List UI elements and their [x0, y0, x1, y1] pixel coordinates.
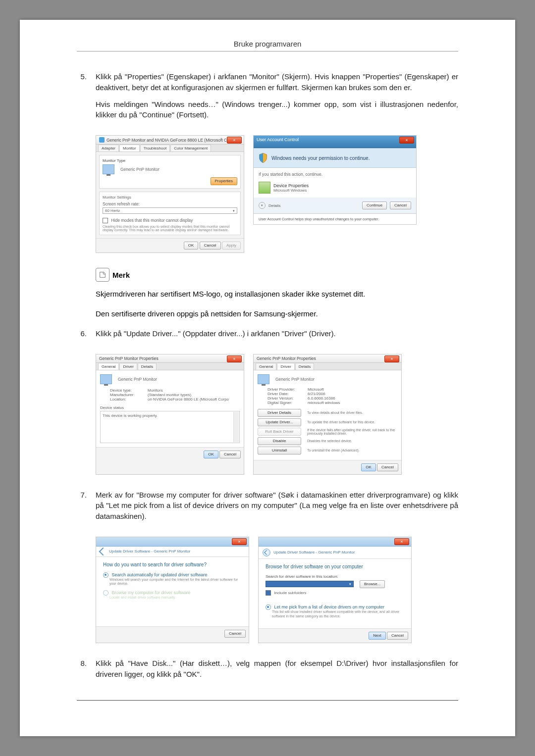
- step-text: Klikk på "Properties" (Egenskaper) i ark…: [96, 71, 458, 93]
- tab-driver[interactable]: Driver: [119, 363, 137, 370]
- option-title[interactable]: Search automatically for updated driver …: [111, 572, 207, 577]
- browse-button[interactable]: Browse...: [360, 580, 385, 588]
- details-label[interactable]: Details: [268, 203, 280, 208]
- properties-button[interactable]: Properties: [211, 177, 237, 185]
- option-subtitle: Locate and install driver software manua…: [109, 596, 242, 600]
- uac-headline: Windows needs your permission to continu…: [271, 155, 370, 161]
- disable-button[interactable]: Disable: [258, 437, 301, 445]
- option-title[interactable]: Let me pick from a list of device driver…: [274, 605, 384, 609]
- back-arrow-icon[interactable]: [263, 549, 270, 556]
- back-arrow-icon[interactable]: [99, 547, 107, 555]
- apply-button: Apply: [222, 242, 241, 250]
- monitor-settings-label: Monitor Settings: [103, 195, 237, 200]
- close-icon[interactable]: ×: [399, 137, 414, 144]
- update-driver-button[interactable]: Update Driver...: [258, 418, 301, 426]
- tab-color-management[interactable]: Color Management: [170, 145, 211, 151]
- ok-button[interactable]: OK: [184, 242, 199, 250]
- chevron-down-icon: ▾: [349, 582, 351, 586]
- include-subfolders-checkbox[interactable]: [266, 590, 271, 596]
- value: 6/21/2006: [308, 392, 325, 396]
- chevron-down-icon: ▾: [233, 209, 235, 213]
- tab-details[interactable]: Details: [138, 363, 157, 370]
- label: Driver Date:: [268, 392, 305, 396]
- hint: To update the driver software for this d…: [307, 420, 397, 424]
- driver-details-button[interactable]: Driver Details: [258, 409, 301, 417]
- step-text: Merk av for "Browse my computer for driv…: [96, 490, 458, 522]
- continue-button[interactable]: Continue: [362, 202, 387, 209]
- tab-driver[interactable]: Driver: [277, 363, 294, 370]
- close-icon[interactable]: ×: [227, 137, 242, 144]
- tab-monitor[interactable]: Monitor: [119, 145, 140, 151]
- radio-let-me-pick[interactable]: [266, 605, 271, 610]
- scrollbar[interactable]: [233, 412, 239, 442]
- ok-button[interactable]: OK: [361, 463, 376, 471]
- page-title: Bruke programvaren: [77, 40, 458, 51]
- tab-details[interactable]: Details: [295, 363, 314, 370]
- hint: To view details about the driver files.: [307, 411, 397, 414]
- uac-footer-text: User Account Control helps stop unauthor…: [254, 213, 416, 224]
- next-button[interactable]: Next: [369, 632, 385, 640]
- hide-modes-checkbox[interactable]: [103, 218, 108, 223]
- device-name: Generic PnP Monitor: [118, 377, 157, 382]
- cancel-button[interactable]: Cancel: [377, 463, 398, 471]
- tab-general[interactable]: General: [98, 363, 119, 370]
- wizard-title: Update Driver Software - Generic PnP Mon…: [273, 550, 355, 554]
- figure-row-2: Generic PnP Monitor Properties × General…: [96, 354, 471, 475]
- wizard-heading: Browse for driver software on your compu…: [266, 564, 404, 569]
- value: microsoft windows: [308, 401, 340, 405]
- uninstall-button[interactable]: Uninstall: [258, 447, 301, 454]
- tab-general[interactable]: General: [256, 363, 276, 370]
- cancel-button[interactable]: Cancel: [200, 242, 221, 250]
- cancel-button[interactable]: Cancel: [387, 632, 408, 640]
- footer-rule: [77, 700, 458, 701]
- hint: To uninstall the driver (Advanced).: [307, 449, 397, 452]
- device-status-label: Device status: [100, 405, 240, 410]
- chevron-down-icon[interactable]: ▾: [259, 202, 266, 209]
- close-icon[interactable]: ×: [384, 355, 399, 362]
- refresh-rate-select[interactable]: 60 Hertz ▾: [103, 207, 237, 214]
- hint: Disables the selected device.: [307, 439, 397, 443]
- figure-row-3: × Update Driver Software - Generic PnP M…: [96, 537, 471, 643]
- monitor-icon: [103, 164, 114, 174]
- step-6: 6. Klikk på "Update Driver..." (Oppdater…: [77, 328, 458, 345]
- hide-modes-help: Clearing this check box allows you to se…: [103, 225, 237, 232]
- device-status-box: This device is working properly.: [100, 411, 240, 443]
- ms-windows-label: Microsoft Windows: [273, 188, 309, 193]
- figure-wizard-browse: × Update Driver Software - Generic PnP M…: [258, 537, 412, 643]
- tab-troubleshoot[interactable]: Troubleshoot: [140, 145, 170, 151]
- tab-adapter[interactable]: Adapter: [98, 145, 119, 151]
- dialog-title: User Account Control: [257, 137, 299, 142]
- step-number: 6.: [77, 328, 87, 345]
- radio-auto-search[interactable]: [103, 572, 108, 578]
- value: (Standard monitor types): [148, 393, 191, 397]
- location-label: Search for driver software in this locat…: [266, 574, 404, 579]
- step-text: Klikk på "Have Disk..." (Har diskett…), …: [96, 658, 458, 680]
- radio-browse[interactable]: [103, 590, 108, 596]
- note-text: Den sertifiserte driveren oppgis på nett…: [96, 308, 471, 319]
- cancel-button[interactable]: Cancel: [390, 202, 411, 209]
- label: Location:: [110, 397, 145, 402]
- close-icon[interactable]: ×: [232, 538, 247, 545]
- dialog-title: Generic PnP Monitor Properties: [99, 356, 159, 361]
- location-input[interactable]: ▾: [266, 581, 354, 587]
- monitor-type-label: Monitor Type: [103, 158, 237, 163]
- shield-icon: [259, 152, 268, 163]
- step-7: 7. Merk av for "Browse my computer for d…: [77, 490, 458, 528]
- step-number: 5.: [77, 71, 87, 126]
- value: 6.0.6000.16386: [308, 396, 335, 401]
- dialog-title: Generic PnP Monitor and NVIDIA GeForce 8…: [107, 138, 233, 143]
- note-label: Merk: [112, 271, 130, 279]
- cancel-button[interactable]: Cancel: [219, 451, 241, 458]
- close-icon[interactable]: ×: [394, 538, 409, 545]
- option-subtitle: This list will show installed driver sof…: [272, 610, 404, 618]
- step-number: 8.: [77, 658, 87, 686]
- close-icon[interactable]: ×: [227, 355, 242, 362]
- value: Microsoft: [308, 387, 323, 392]
- device-properties-label: Device Properties: [273, 183, 309, 188]
- ok-button[interactable]: OK: [204, 451, 218, 458]
- option-title[interactable]: Browse my computer for driver software: [111, 590, 190, 595]
- hint: If the device fails after updating the d…: [307, 428, 397, 435]
- figure-properties-driver: Generic PnP Monitor Properties × General…: [253, 354, 402, 475]
- step-5: 5. Klikk på "Properties" (Egenskaper) i …: [77, 71, 458, 126]
- cancel-button[interactable]: Cancel: [224, 630, 246, 638]
